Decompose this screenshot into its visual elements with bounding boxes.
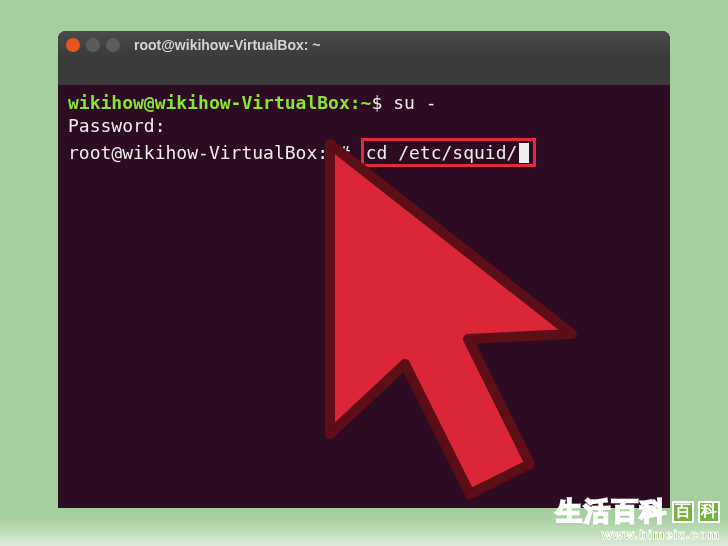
prompt-symbol: # — [339, 142, 350, 163]
watermark-text: 生活百科 — [556, 494, 668, 529]
prompt-user-host: root@wikihow-VirtualBox — [68, 142, 317, 163]
command-text: su - — [393, 92, 436, 113]
prompt-path: ~ — [328, 142, 339, 163]
prompt-path: ~ — [361, 92, 372, 113]
window-title: root@wikihow-VirtualBox: ~ — [134, 37, 320, 53]
terminal-cursor — [519, 143, 529, 163]
watermark: 生活百科 百 科 www.bimeiz.com — [556, 494, 720, 542]
terminal-line-3: root@wikihow-VirtualBox:~# cd /etc/squid… — [68, 138, 660, 167]
terminal-line-2: Password: — [68, 114, 660, 137]
terminal-window: root@wikihow-VirtualBox: ~ wikihow@wikih… — [58, 31, 670, 508]
watermark-badge-icon: 科 — [698, 501, 720, 523]
terminal-line-1: wikihow@wikihow-VirtualBox:~$ su - — [68, 91, 660, 114]
close-icon[interactable] — [66, 38, 80, 52]
prompt-symbol: $ — [371, 92, 382, 113]
watermark-badge-icon: 百 — [672, 501, 694, 523]
watermark-url: www.bimeiz.com — [556, 527, 720, 542]
minimize-icon[interactable] — [86, 38, 100, 52]
terminal-body[interactable]: wikihow@wikihow-VirtualBox:~$ su - Passw… — [58, 85, 670, 173]
menubar[interactable] — [58, 59, 670, 85]
command-text: cd /etc/squid/ — [366, 142, 518, 163]
maximize-icon[interactable] — [106, 38, 120, 52]
prompt-user-host: wikihow@wikihow-VirtualBox — [68, 92, 350, 113]
command-highlight-box: cd /etc/squid/ — [361, 138, 537, 167]
titlebar[interactable]: root@wikihow-VirtualBox: ~ — [58, 31, 670, 59]
password-prompt: Password: — [68, 115, 166, 136]
